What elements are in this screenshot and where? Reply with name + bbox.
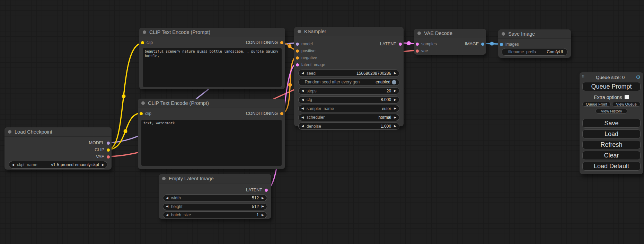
arrow-right-icon[interactable]: ▶ [102,163,104,166]
arrow-left-icon[interactable]: ◀ [301,89,304,92]
arrow-right-icon[interactable]: ▶ [262,214,264,217]
collapse-dot-icon[interactable] [143,30,146,34]
input-port-model[interactable] [296,43,299,46]
arrow-left-icon[interactable]: ◀ [301,125,304,128]
seed-widget[interactable]: ◀ seed 156680208700286 ▶ [298,70,399,77]
collapse-dot-icon[interactable] [298,30,301,33]
node-title: VAE Decode [424,30,452,36]
node-ksampler[interactable]: KSampler model LATENT positive negative … [294,27,404,126]
input-port-images[interactable] [500,43,503,46]
arrow-right-icon[interactable]: ▶ [394,98,396,101]
widget-label: filename_prefix [508,49,536,54]
collapse-dot-icon[interactable] [141,101,145,105]
queue-front-button[interactable]: Queue Front [582,102,611,107]
input-port-clip[interactable] [141,41,144,44]
width-widget[interactable]: ◀ width 512 ▶ [163,195,267,201]
collapse-dot-icon[interactable] [162,177,166,180]
output-port-clip[interactable] [107,148,110,152]
node-graph-canvas[interactable]: Load Checkpoint MODEL CLIP VAE ◀ ckpt_na… [0,0,644,244]
input-port-samples[interactable] [416,43,419,46]
collapse-dot-icon[interactable] [502,32,505,36]
widget-label: batch_size [171,213,191,217]
save-button[interactable]: Save [582,119,641,128]
output-label-latent: LATENT [380,42,396,46]
arrow-left-icon[interactable]: ◀ [12,163,14,166]
arrow-left-icon[interactable]: ◀ [166,214,168,217]
arrow-right-icon[interactable]: ▶ [394,125,396,128]
queue-prompt-button[interactable]: Queue Prompt [582,82,641,91]
input-port-negative[interactable] [296,56,299,60]
node-vae-decode[interactable]: VAE Decode samples IMAGE vae [414,29,486,55]
drag-handle-icon[interactable]: ⠿ [582,75,585,80]
ckpt-name-widget[interactable]: ◀ ckpt_name v1-5-pruned-emaonly.ckpt ▶ [9,161,107,169]
filename-prefix-widget[interactable]: filename_prefix ComfyUI [502,48,567,56]
load-default-button[interactable]: Load Default [582,162,641,171]
wire-midpoint-dot [288,83,292,87]
scheduler-widget[interactable]: ◀ scheduler normal ▶ [298,114,399,121]
node-title-bar[interactable]: Save Image [498,29,571,39]
wire-midpoint-dot [490,42,494,46]
node-title: CLIP Text Encode (Prompt) [149,29,210,35]
arrow-right-icon[interactable]: ▶ [262,197,264,200]
output-port-vae[interactable] [107,155,110,159]
input-port-clip[interactable] [140,112,143,115]
input-port-vae[interactable] [416,49,419,53]
view-history-button[interactable]: View History [596,109,627,114]
sampler-name-widget[interactable]: ◀ sampler_name euler ▶ [298,105,399,112]
output-port-image[interactable] [481,43,484,46]
node-title-bar[interactable]: CLIP Text Encode (Prompt) [139,28,285,37]
input-label-negative: negative [301,55,317,60]
height-widget[interactable]: ◀ height 512 ▶ [163,203,267,210]
random-seed-toggle-widget[interactable]: Random seed after every gen enabled [298,79,399,86]
widget-label: denoise [307,124,321,129]
input-port-latent-image[interactable] [296,63,299,66]
arrow-left-icon[interactable]: ◀ [301,98,304,101]
refresh-button[interactable]: Refresh [582,140,641,149]
arrow-left-icon[interactable]: ◀ [301,116,304,119]
node-save-image[interactable]: Save Image images filename_prefix ComfyU… [498,29,571,58]
view-queue-button[interactable]: View Queue [612,102,641,107]
arrow-right-icon[interactable]: ▶ [394,107,396,110]
node-title: Empty Latent Image [169,176,214,181]
batch-size-widget[interactable]: ◀ batch_size 1 ▶ [163,211,267,218]
toggle-enabled-icon[interactable] [392,80,396,84]
node-clip-text-encode-negative[interactable]: CLIP Text Encode (Prompt) clip CONDITION… [138,99,285,169]
clear-button[interactable]: Clear [582,151,641,160]
input-port-positive[interactable] [296,49,299,53]
arrow-left-icon[interactable]: ◀ [166,205,168,208]
cfg-widget[interactable]: ◀ cfg 8.000 ▶ [298,96,399,103]
collapse-dot-icon[interactable] [8,130,11,134]
input-label-images: images [505,42,519,47]
arrow-right-icon[interactable]: ▶ [394,89,396,92]
output-port-model[interactable] [107,142,110,145]
arrow-right-icon[interactable]: ▶ [394,72,396,75]
node-title-bar[interactable]: CLIP Text Encode (Prompt) [138,99,285,108]
settings-gear-icon[interactable]: ⚙ [636,74,641,80]
output-label-vae: VAE [96,154,104,159]
node-title-bar[interactable]: Load Checkpoint [5,127,112,137]
arrow-right-icon[interactable]: ▶ [394,116,396,119]
arrow-left-icon[interactable]: ◀ [301,107,304,110]
prompt-textarea[interactable]: beautiful scenery nature glass bottle la… [143,48,282,87]
output-port-latent[interactable] [265,189,268,192]
node-clip-text-encode-positive[interactable]: CLIP Text Encode (Prompt) clip CONDITION… [139,28,285,89]
output-port-conditioning[interactable] [280,112,283,115]
node-load-checkpoint[interactable]: Load Checkpoint MODEL CLIP VAE ◀ ckpt_na… [5,127,112,170]
input-label-samples: samples [421,42,437,46]
extra-options-checkbox[interactable] [625,95,629,99]
output-port-latent[interactable] [399,43,402,46]
output-port-conditioning[interactable] [280,41,283,44]
load-button[interactable]: Load [582,129,641,138]
steps-widget[interactable]: ◀ steps 20 ▶ [298,87,399,94]
node-empty-latent-image[interactable]: Empty Latent Image LATENT ◀ width 512 ▶ … [159,174,271,219]
arrow-right-icon[interactable]: ▶ [262,205,264,208]
node-title-bar[interactable]: Empty Latent Image [159,174,271,183]
denoise-widget[interactable]: ◀ denoise 1.000 ▶ [298,123,399,130]
collapse-dot-icon[interactable] [417,31,421,35]
node-title-bar[interactable]: KSampler [294,27,404,36]
arrow-left-icon[interactable]: ◀ [301,72,304,75]
arrow-left-icon[interactable]: ◀ [166,197,168,200]
wire-midpoint-dot [407,41,411,45]
prompt-textarea[interactable]: text, watermark [141,120,282,166]
node-title-bar[interactable]: VAE Decode [414,29,486,38]
